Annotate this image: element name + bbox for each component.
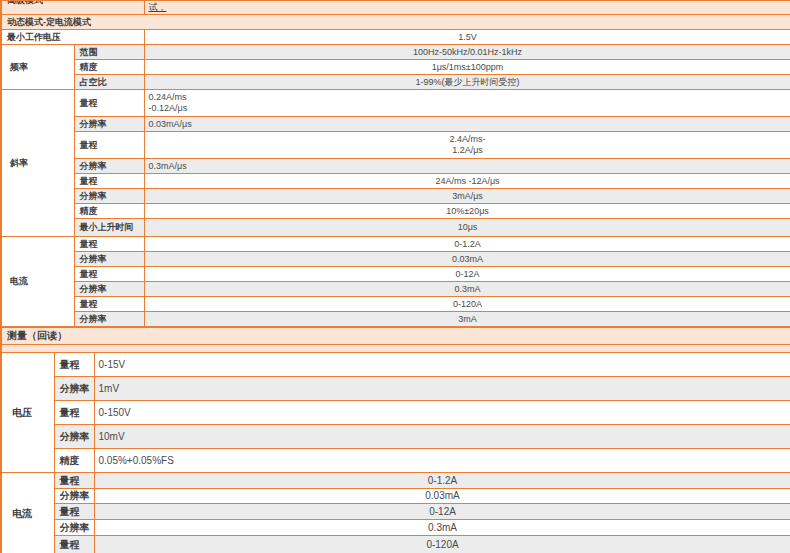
spec-label: 量程: [74, 237, 144, 252]
table-row: 最小上升时间 10μs: [1, 219, 790, 237]
table-row: 分辨率 0.3mA: [1, 520, 790, 536]
spec-label: 量程: [74, 174, 144, 189]
spec-value: 3mA: [144, 312, 790, 327]
spec-label: 分辨率: [74, 189, 144, 204]
table-row: 精度 0.05%+0.05%FS: [1, 449, 790, 473]
table-row: 量程 2.4A/ms-1.2A/μs: [1, 132, 790, 159]
table-row: 分辨率 3mA: [1, 312, 790, 327]
spec-value: 0.05%+0.05%FS: [94, 449, 790, 473]
spec-value: 2.4A/ms-1.2A/μs: [144, 132, 790, 159]
spec-value: 0-12A: [144, 267, 790, 282]
spec-value: 0.03mA: [94, 489, 790, 504]
spec-label: 占空比: [74, 75, 144, 90]
spec-label: 分辨率: [74, 312, 144, 327]
spec-label: 分辨率: [74, 117, 144, 132]
spec-label: 量程: [74, 90, 144, 117]
section-header-measurement-readback: 测量（回读）: [1, 328, 790, 345]
table-row: 高级模式 试，: [1, 1, 790, 15]
section-header-dynamic-cc-mode: 动态模式-定电流模式: [1, 15, 790, 30]
spec-value: 0-150V: [94, 401, 790, 425]
spec-label: 分辨率: [74, 252, 144, 267]
spec-value: 0-120A: [144, 297, 790, 312]
partial-row-value: 试，: [149, 2, 167, 12]
partial-row-value-cell: 试，: [144, 1, 790, 15]
category-current: 电流: [1, 237, 74, 327]
table-row: 精度 1μs/1ms±100ppm: [1, 60, 790, 75]
spec-value: 0.3mA/μs: [144, 159, 790, 174]
spec-value: 0.3mA: [94, 520, 790, 536]
spec-value: 0-1.2A: [144, 237, 790, 252]
category-slew-rate: 斜率: [1, 90, 74, 237]
spec-label: 分辨率: [54, 425, 94, 449]
table-row: 电流 量程 0-1.2A: [1, 237, 790, 252]
spec-value: 3mA/μs: [144, 189, 790, 204]
table-row: 分辨率 0.3mA: [1, 282, 790, 297]
spec-label: 分辨率: [74, 159, 144, 174]
spec-value: 24A/ms -12A/μs: [144, 174, 790, 189]
spec-value: 100Hz-50kHz/0.01Hz-1kHz: [144, 45, 790, 60]
table-row: 量程 0-150V: [1, 401, 790, 425]
spec-label: 精度: [74, 204, 144, 219]
spec-value: 10%±20μs: [144, 204, 790, 219]
table-row: 分辨率 0.03mA: [1, 252, 790, 267]
spec-value: 0.3mA: [144, 282, 790, 297]
spec-value: 0.24A/ms-0.12A/μs: [144, 90, 790, 117]
spec-label: 范围: [74, 45, 144, 60]
table-row: [1, 345, 790, 353]
spec-value: 0-1.2A: [94, 473, 790, 489]
table-row: 分辨率 3mA/μs: [1, 189, 790, 204]
spec-label: 量程: [54, 536, 94, 553]
spec-label: 分辨率: [74, 282, 144, 297]
spec-label: 量程: [54, 401, 94, 425]
partial-row-label: 高级模式: [2, 1, 144, 6]
spec-label: 精度: [54, 449, 94, 473]
table-row: 量程 0-12A: [1, 504, 790, 520]
table-row: 量程 0-120A: [1, 297, 790, 312]
table-row: 量程 0-12A: [1, 267, 790, 282]
table-row: 分辨率 1mV: [1, 377, 790, 401]
table-row: 斜率 量程 0.24A/ms-0.12A/μs: [1, 90, 790, 117]
spec-label: 量程: [54, 353, 94, 377]
spec-value: 1.5V: [144, 30, 790, 45]
spec-value: 1μs/1ms±100ppm: [144, 60, 790, 75]
table-row: 量程 0-120A: [1, 536, 790, 553]
table-row: 分辨率 10mV: [1, 425, 790, 449]
category-current-readback: 电流: [1, 473, 54, 553]
spec-label: 量程: [74, 297, 144, 312]
spec-value: 0.03mA: [144, 252, 790, 267]
spec-label: 量程: [74, 267, 144, 282]
table-row: 分辨率 0.03mA: [1, 489, 790, 504]
category-voltage: 电压: [1, 353, 54, 473]
spec-value: 0-12A: [94, 504, 790, 520]
spec-label: 分辨率: [54, 489, 94, 504]
spec-value: 10mV: [94, 425, 790, 449]
spec-label: 分辨率: [54, 377, 94, 401]
table-row: 测量（回读）: [1, 328, 790, 345]
category-frequency: 频率: [1, 45, 74, 90]
spec-label: 最小工作电压: [1, 30, 144, 45]
spec-label: 精度: [74, 60, 144, 75]
spec-value: 1mV: [94, 377, 790, 401]
spec-value: 10μs: [144, 219, 790, 237]
table-row: 电压 量程 0-15V: [1, 353, 790, 377]
table-row: 分辨率 0.3mA/μs: [1, 159, 790, 174]
table-row: 分辨率 0.03mA/μs: [1, 117, 790, 132]
table-row: 最小工作电压 1.5V: [1, 30, 790, 45]
spec-value: 0-120A: [94, 536, 790, 553]
section-header-spacer: [1, 345, 790, 353]
spec-label: 最小上升时间: [74, 219, 144, 237]
spec-value: 0.03mA/μs: [144, 117, 790, 132]
table-row: 占空比 1-99%(最少上升时间受控): [1, 75, 790, 90]
table-row: 频率 范围 100Hz-50kHz/0.01Hz-1kHz: [1, 45, 790, 60]
table-row: 精度 10%±20μs: [1, 204, 790, 219]
table-row: 动态模式-定电流模式: [1, 15, 790, 30]
partial-row-label-cell: 高级模式: [1, 1, 144, 15]
spec-label: 量程: [74, 132, 144, 159]
spec-label: 量程: [54, 473, 94, 489]
spec-table-measurement-readback: 测量（回读） 电压 量程 0-15V 分辨率 1mV 量程 0-150V 分辨率…: [0, 327, 790, 553]
spec-value: 0-15V: [94, 353, 790, 377]
spec-table-dynamic-mode: 高级模式 试， 动态模式-定电流模式 最小工作电压 1.5V 频率 范围 100…: [0, 0, 790, 327]
table-row: 电流 量程 0-1.2A: [1, 473, 790, 489]
spec-label: 量程: [54, 504, 94, 520]
spec-label: 分辨率: [54, 520, 94, 536]
